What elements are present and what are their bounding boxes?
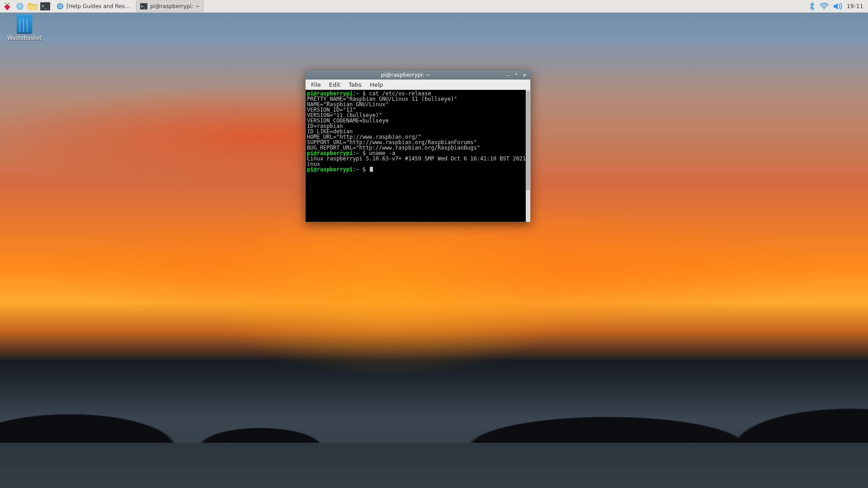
task-label: pi@raspberrypi: ~	[150, 3, 200, 9]
window-close-button[interactable]: ×	[521, 72, 528, 78]
trash-icon	[17, 17, 32, 33]
terminal-window: pi@raspberrypi: ~ ‒ ^ × File Edit Tabs H…	[305, 70, 531, 222]
menu-tabs[interactable]: Tabs	[345, 80, 365, 89]
terminal-launcher-icon[interactable]: >_	[40, 1, 51, 12]
scrollbar-thumb[interactable]	[526, 91, 530, 190]
svg-point-3	[6, 4, 9, 6]
terminal-viewport: pi@raspberrypi:~ $ cat /etc/os-release P…	[306, 90, 530, 222]
svg-text:>_: >_	[141, 4, 146, 9]
chromium-icon	[57, 3, 64, 10]
window-titlebar[interactable]: pi@raspberrypi: ~ ‒ ^ ×	[306, 70, 530, 80]
menu-file[interactable]: File	[307, 80, 325, 89]
raspberry-menu-icon[interactable]	[2, 1, 13, 12]
window-title: pi@raspberrypi: ~	[308, 72, 503, 78]
terminal-icon: >_	[140, 3, 147, 9]
desktop-icon-wastebasket[interactable]: Wastebasket	[8, 17, 41, 41]
svg-rect-5	[28, 5, 37, 9]
terminal-scrollbar[interactable]	[526, 90, 530, 222]
task-terminal[interactable]: >_ pi@raspberrypi: ~	[136, 0, 204, 12]
web-browser-icon[interactable]	[14, 1, 25, 12]
task-chromium[interactable]: [Help Guides and Res…	[52, 0, 134, 12]
svg-text:>_: >_	[42, 4, 47, 9]
svg-point-10	[59, 5, 61, 7]
svg-point-2	[6, 7, 9, 10]
desktop-icon-label: Wastebasket	[7, 35, 42, 41]
taskbar-left: >_ [Help Guides and Res… >_ pi@raspberry…	[0, 0, 204, 12]
window-menubar: File Edit Tabs Help	[306, 80, 530, 90]
terminal-text[interactable]: pi@raspberrypi:~ $ cat /etc/os-release P…	[306, 90, 530, 222]
file-manager-icon[interactable]	[27, 1, 38, 12]
task-label: [Help Guides and Res…	[66, 3, 130, 9]
window-minimize-button[interactable]: ‒	[505, 72, 511, 78]
window-maximize-button[interactable]: ^	[513, 72, 519, 78]
taskbar: >_ [Help Guides and Res… >_ pi@raspberry…	[0, 0, 651, 13]
menu-edit[interactable]: Edit	[326, 80, 344, 89]
menu-help[interactable]: Help	[366, 80, 387, 89]
